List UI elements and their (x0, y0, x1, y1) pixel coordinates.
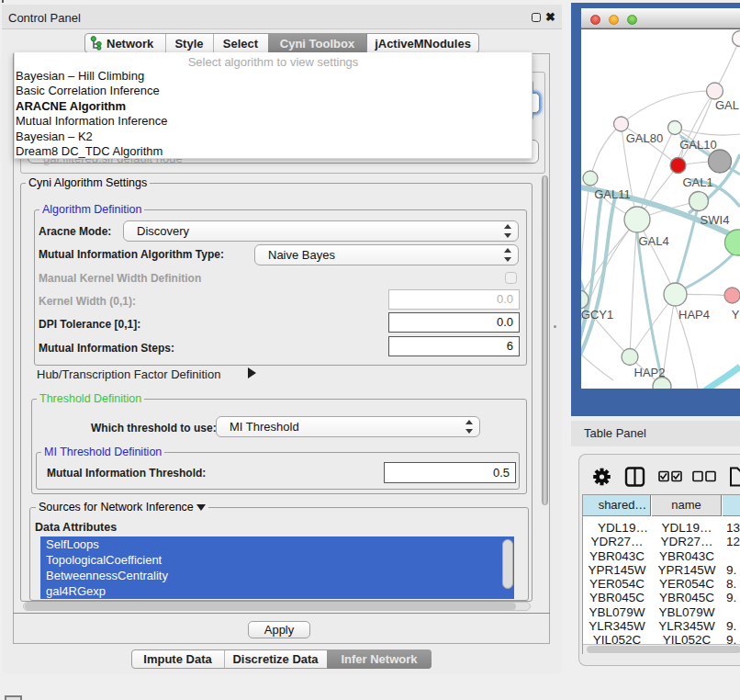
svg-text:GCY1: GCY1 (581, 308, 613, 322)
svg-text:GAL: GAL (715, 98, 739, 112)
svg-text:GAL1: GAL1 (682, 175, 712, 189)
svg-text:GAL10: GAL10 (679, 138, 716, 152)
svg-text:SWI4: SWI4 (701, 213, 730, 227)
svg-text:GAL4: GAL4 (638, 234, 668, 248)
svg-text:HAP2: HAP2 (634, 366, 666, 379)
svg-text:GAL11: GAL11 (594, 187, 631, 201)
svg-text:Y: Y (732, 308, 740, 322)
svg-text:GAL80: GAL80 (626, 131, 663, 145)
svg-text:HAP4: HAP4 (678, 308, 710, 322)
